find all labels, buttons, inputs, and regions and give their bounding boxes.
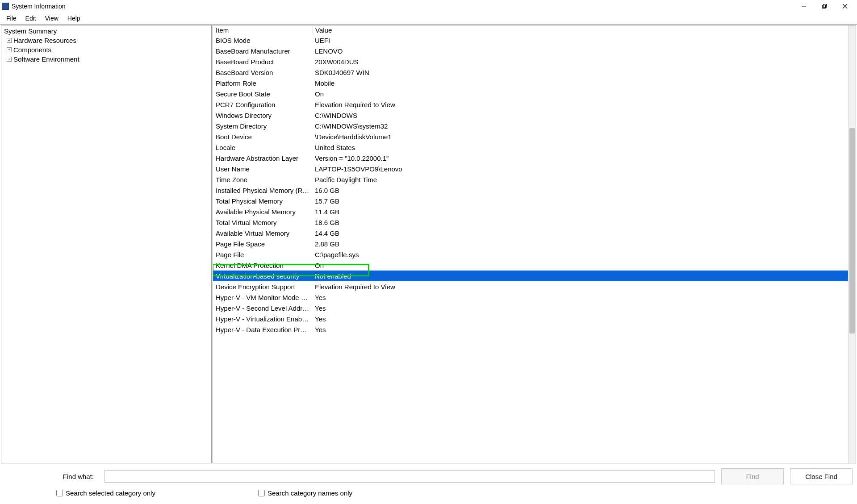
cell-item: Available Physical Memory: [213, 208, 312, 216]
cell-item: BaseBoard Version: [213, 69, 312, 76]
app-icon: [2, 3, 9, 10]
cell-value: 16.0 GB: [312, 187, 848, 194]
column-header-item[interactable]: Item: [213, 25, 312, 35]
scrollbar-thumb[interactable]: [849, 128, 855, 333]
category-tree[interactable]: System Summary +Hardware Resources+Compo…: [1, 25, 212, 463]
tree-item-label: Components: [13, 46, 51, 54]
table-row[interactable]: Windows DirectoryC:\WINDOWS: [213, 110, 848, 121]
table-row[interactable]: Hyper-V - Second Level Address...Yes: [213, 303, 848, 313]
cell-item: Hyper-V - Data Execution Prote...: [213, 326, 312, 333]
table-row[interactable]: User NameLAPTOP-1S5OVPO9\Lenovo: [213, 163, 848, 174]
cell-value: UEFI: [312, 37, 848, 44]
find-button[interactable]: Find: [721, 468, 784, 484]
cell-item: System Directory: [213, 122, 312, 130]
table-row[interactable]: Secure Boot StateOn: [213, 88, 848, 99]
cell-value: C:\pagefile.sys: [312, 251, 848, 258]
table-row[interactable]: Page File Space2.88 GB: [213, 238, 848, 249]
checkbox-search-names-input[interactable]: [258, 490, 265, 496]
close-find-button[interactable]: Close Find: [790, 468, 853, 484]
cell-value: On: [312, 262, 848, 269]
cell-item: Hardware Abstraction Layer: [213, 154, 312, 162]
table-row[interactable]: Available Virtual Memory14.4 GB: [213, 228, 848, 238]
table-row[interactable]: Platform RoleMobile: [213, 78, 848, 88]
cell-value: Elevation Required to View: [312, 101, 848, 108]
cell-value: Yes: [312, 304, 848, 312]
details-list: Item Value BIOS ModeUEFIBaseBoard Manufa…: [213, 25, 856, 463]
table-row[interactable]: Device Encryption SupportElevation Requi…: [213, 281, 848, 292]
menubar: File Edit View Help: [0, 12, 857, 24]
checkbox-search-names[interactable]: Search category names only: [258, 489, 352, 497]
table-row[interactable]: BaseBoard ManufacturerLENOVO: [213, 46, 848, 56]
tree-item[interactable]: +Software Environment: [4, 54, 209, 64]
column-header-value[interactable]: Value: [312, 25, 848, 35]
cell-value: 2.88 GB: [312, 240, 848, 248]
table-row[interactable]: Total Virtual Memory18.6 GB: [213, 217, 848, 228]
tree-item-label: Hardware Resources: [13, 37, 76, 44]
cell-item: Page File: [213, 251, 312, 258]
table-row[interactable]: System DirectoryC:\WINDOWS\system32: [213, 121, 848, 131]
cell-item: Time Zone: [213, 176, 312, 183]
cell-value: Not enabled: [312, 272, 848, 280]
table-row[interactable]: Hyper-V - VM Monitor Mode Ex...Yes: [213, 292, 848, 303]
tree-item[interactable]: +Hardware Resources: [4, 36, 209, 45]
cell-value: Mobile: [312, 79, 848, 87]
table-row[interactable]: Installed Physical Memory (RAM)16.0 GB: [213, 185, 848, 196]
table-row[interactable]: Boot Device\Device\HarddiskVolume1: [213, 131, 848, 142]
expand-icon[interactable]: +: [7, 57, 12, 62]
cell-value: Pacific Daylight Time: [312, 176, 848, 183]
table-row[interactable]: LocaleUnited States: [213, 142, 848, 153]
svg-rect-1: [823, 5, 826, 8]
table-row[interactable]: Available Physical Memory11.4 GB: [213, 206, 848, 217]
tree-item[interactable]: +Components: [4, 45, 209, 54]
cell-item: Total Virtual Memory: [213, 219, 312, 226]
cell-item: Platform Role: [213, 79, 312, 87]
cell-value: United States: [312, 144, 848, 151]
table-row[interactable]: Total Physical Memory15.7 GB: [213, 196, 848, 206]
menu-view[interactable]: View: [42, 14, 62, 23]
table-row[interactable]: Page FileC:\pagefile.sys: [213, 249, 848, 260]
close-button[interactable]: [835, 0, 855, 12]
table-row[interactable]: Hyper-V - Data Execution Prote...Yes: [213, 324, 848, 335]
table-row[interactable]: PCR7 ConfigurationElevation Required to …: [213, 99, 848, 110]
cell-item: Hyper-V - VM Monitor Mode Ex...: [213, 294, 312, 301]
table-row[interactable]: Hardware Abstraction LayerVersion = "10.…: [213, 153, 848, 163]
cell-item: Total Physical Memory: [213, 197, 312, 205]
checkbox-search-selected[interactable]: Search selected category only: [56, 489, 155, 497]
cell-value: Yes: [312, 294, 848, 301]
table-row[interactable]: Kernel DMA ProtectionOn: [213, 260, 848, 271]
cell-item: BaseBoard Product: [213, 58, 312, 66]
cell-value: 14.4 GB: [312, 229, 848, 237]
tree-root-system-summary[interactable]: System Summary: [4, 26, 209, 36]
table-row[interactable]: BaseBoard VersionSDK0J40697 WIN: [213, 67, 848, 78]
details-list-inner[interactable]: Item Value BIOS ModeUEFIBaseBoard Manufa…: [213, 25, 848, 463]
svg-rect-2: [824, 4, 827, 8]
find-input[interactable]: [105, 470, 715, 483]
cell-item: Kernel DMA Protection: [213, 262, 312, 269]
cell-value: \Device\HarddiskVolume1: [312, 133, 848, 141]
table-row[interactable]: Hyper-V - Virtualization Enable...Yes: [213, 313, 848, 324]
vertical-scrollbar[interactable]: [848, 25, 856, 463]
find-panel: Find what: Find Close Find Search select…: [0, 464, 857, 504]
titlebar[interactable]: System Information: [0, 0, 857, 12]
table-row[interactable]: BaseBoard Product20XW004DUS: [213, 56, 848, 67]
tree-item-label: Software Environment: [13, 55, 79, 63]
cell-item: Secure Boot State: [213, 90, 312, 98]
cell-item: BaseBoard Manufacturer: [213, 47, 312, 55]
cell-value: 15.7 GB: [312, 197, 848, 205]
table-row[interactable]: BIOS ModeUEFI: [213, 35, 848, 46]
cell-item: Available Virtual Memory: [213, 229, 312, 237]
menu-help[interactable]: Help: [64, 14, 84, 23]
menu-file[interactable]: File: [3, 14, 20, 23]
cell-value: Elevation Required to View: [312, 283, 848, 291]
cell-item: Virtualization-based security: [213, 272, 312, 280]
table-row[interactable]: Time ZonePacific Daylight Time: [213, 174, 848, 185]
menu-edit[interactable]: Edit: [22, 14, 40, 23]
minimize-button[interactable]: [794, 0, 814, 12]
maximize-button[interactable]: [814, 0, 835, 12]
cell-value: SDK0J40697 WIN: [312, 69, 848, 76]
checkbox-search-selected-input[interactable]: [56, 490, 63, 496]
find-label: Find what:: [4, 473, 98, 480]
table-row[interactable]: Virtualization-based securityNot enabled: [213, 271, 848, 281]
expand-icon[interactable]: +: [7, 47, 12, 52]
expand-icon[interactable]: +: [7, 38, 12, 43]
